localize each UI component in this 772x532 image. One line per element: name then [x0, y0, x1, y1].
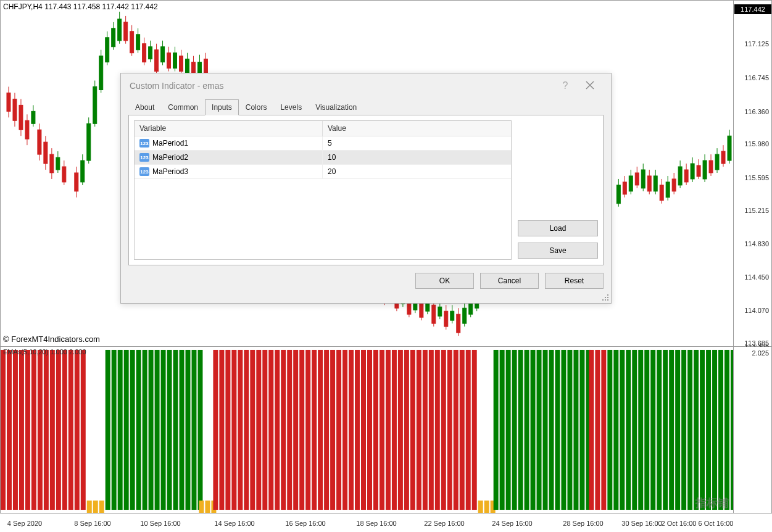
header-variable: Variable	[135, 121, 323, 136]
svg-rect-199	[392, 350, 397, 510]
help-icon[interactable]: ?	[553, 80, 578, 91]
svg-rect-143	[56, 350, 61, 510]
svg-rect-177	[256, 350, 261, 510]
tab-inputs[interactable]: Inputs	[205, 99, 239, 115]
tab-levels[interactable]: Levels	[273, 99, 309, 115]
resize-grip-icon[interactable]	[602, 294, 610, 302]
svg-rect-230	[579, 350, 584, 510]
tab-about[interactable]: About	[128, 99, 161, 115]
cell-value[interactable]: 5	[323, 136, 511, 150]
svg-rect-221	[525, 350, 529, 510]
svg-rect-238	[626, 350, 631, 510]
inputs-grid[interactable]: Variable Value 123MaPeriod15123MaPeriod2…	[134, 120, 512, 260]
grid-header: Variable Value	[135, 121, 511, 136]
svg-rect-211	[466, 350, 471, 510]
svg-rect-249	[694, 350, 699, 510]
svg-rect-194	[361, 350, 366, 510]
time-tick: 30 Sep 16:00	[621, 520, 662, 527]
cancel-button[interactable]: Cancel	[480, 273, 539, 289]
price-tick: 114.070	[744, 307, 769, 314]
svg-rect-176	[250, 350, 255, 510]
svg-rect-213	[478, 501, 483, 513]
cell-value[interactable]: 10	[323, 151, 511, 164]
inputs-tab-body: Variable Value 123MaPeriod15123MaPeriod2…	[128, 115, 604, 265]
svg-rect-250	[700, 350, 705, 510]
svg-rect-185	[305, 350, 310, 510]
svg-rect-224	[543, 350, 548, 510]
svg-rect-198	[386, 350, 391, 510]
svg-rect-197	[380, 350, 384, 510]
svg-rect-149	[93, 501, 98, 513]
svg-rect-252	[712, 350, 717, 510]
svg-rect-239	[632, 350, 637, 510]
cell-value[interactable]: 20	[323, 165, 511, 178]
svg-rect-190	[336, 350, 341, 510]
svg-rect-155	[130, 350, 135, 510]
svg-rect-222	[531, 350, 536, 510]
dialog-titlebar[interactable]: Custom Indicator - emas ?	[121, 73, 611, 98]
svg-rect-161	[167, 350, 172, 510]
svg-rect-212	[472, 350, 477, 510]
indicator-panel[interactable]: EMAs(5,10,20) 1.000 2.000	[0, 347, 734, 513]
svg-rect-172	[225, 350, 230, 510]
svg-rect-253	[718, 350, 723, 510]
svg-rect-166	[197, 350, 202, 510]
price-tick: 115.595	[744, 174, 769, 181]
svg-rect-223	[537, 350, 542, 510]
svg-rect-260	[607, 297, 608, 298]
svg-rect-191	[342, 350, 347, 510]
cell-variable: 123MaPeriod2	[135, 151, 323, 164]
svg-rect-174	[238, 350, 243, 510]
dialog-footer: OK Cancel Reset	[121, 265, 611, 296]
svg-rect-195	[367, 350, 372, 510]
price-current-badge: 117.442	[734, 4, 771, 14]
tab-colors[interactable]: Colors	[239, 99, 274, 115]
svg-rect-182	[287, 350, 292, 510]
svg-rect-181	[281, 350, 286, 510]
svg-rect-189	[330, 350, 335, 510]
svg-rect-203	[417, 350, 421, 510]
svg-rect-214	[484, 501, 489, 513]
svg-rect-187	[318, 350, 323, 510]
svg-rect-165	[191, 350, 196, 510]
svg-rect-171	[219, 350, 224, 510]
svg-rect-170	[213, 350, 218, 510]
load-button[interactable]: Load	[518, 220, 598, 236]
save-button[interactable]: Save	[518, 243, 598, 259]
time-tick: 6 Oct 16:00	[699, 520, 734, 527]
svg-rect-179	[268, 350, 273, 510]
svg-rect-158	[149, 350, 154, 510]
svg-rect-247	[681, 350, 686, 510]
svg-rect-243	[657, 350, 662, 510]
svg-rect-248	[687, 350, 692, 510]
svg-rect-183	[293, 350, 298, 510]
time-tick: 22 Sep 16:00	[424, 520, 464, 527]
dialog-tabs: AboutCommonInputsColorsLevelsVisualizati…	[121, 99, 611, 115]
svg-rect-237	[620, 350, 625, 510]
grid-row[interactable]: 123MaPeriod210	[135, 151, 511, 165]
svg-rect-151	[106, 350, 110, 510]
svg-rect-139	[31, 350, 36, 510]
svg-rect-152	[112, 350, 117, 510]
grid-row[interactable]: 123MaPeriod15	[135, 136, 511, 151]
reset-button[interactable]: Reset	[545, 273, 604, 289]
grid-row[interactable]: 123MaPeriod320	[135, 165, 511, 179]
price-tick: 116.745	[744, 74, 769, 81]
svg-rect-210	[460, 350, 465, 510]
svg-rect-225	[549, 350, 554, 510]
numeric-icon: 123	[139, 167, 149, 176]
close-icon[interactable]	[578, 80, 602, 93]
svg-rect-201	[404, 350, 409, 510]
svg-rect-217	[500, 350, 505, 510]
svg-rect-263	[607, 299, 608, 301]
tab-visualization[interactable]: Visualization	[309, 99, 363, 115]
tab-common[interactable]: Common	[161, 99, 205, 115]
ok-button[interactable]: OK	[415, 273, 474, 289]
svg-rect-207	[441, 350, 446, 510]
time-tick: 8 Sep 16:00	[74, 520, 110, 527]
svg-rect-246	[675, 350, 680, 510]
svg-rect-200	[398, 350, 403, 510]
cell-variable: 123MaPeriod3	[135, 165, 323, 178]
svg-rect-262	[605, 299, 606, 301]
svg-rect-145	[68, 350, 73, 510]
